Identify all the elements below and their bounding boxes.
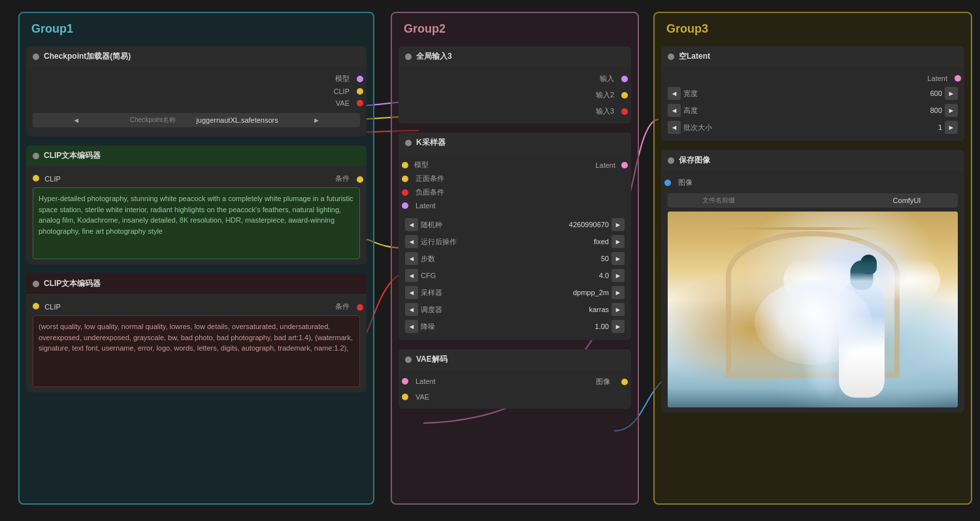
empty-latent-out-port[interactable] [955,75,961,82]
ksampler-steps-left[interactable]: ◄ [405,252,418,265]
ksampler-sampler-label: 采样器 [418,288,515,298]
ksampler-latent-in-port[interactable] [402,202,408,209]
global-input-body: 输入 输入2 输入3 [399,67,631,123]
ksampler-neg-port[interactable] [402,189,408,196]
vae-vae-port[interactable] [402,394,408,400]
empty-latent-title: 空Latent [679,51,710,62]
vae-decode-node: VAE解码 Latent VAE 图像 [399,349,631,409]
vae-decode-header: VAE解码 [399,349,631,370]
ksampler-cfg-label: CFG [418,272,515,279]
ksampler-cfg-right[interactable]: ► [612,269,625,282]
ksampler-pos-port[interactable] [402,176,408,182]
empty-latent-height-left[interactable]: ◄ [668,104,681,117]
vae-vae-label: VAE [416,393,429,401]
clip-neg-header: CLIP文本编码器 [26,274,367,294]
empty-latent-node: 空Latent Latent ◄ 宽度 600 ► ◄ 高度 800 ► [661,46,964,141]
ksampler-sampler-right[interactable]: ► [612,286,625,299]
ksampler-scheduler-right[interactable]: ► [612,303,625,316]
empty-latent-batch-left[interactable]: ◄ [668,121,681,134]
checkpoint-title: Checkpoint加载器(简易) [44,51,131,62]
ksampler-sampler-left[interactable]: ◄ [405,286,418,299]
ksampler-cfg-value: 4.0 [515,272,612,279]
empty-latent-header: 空Latent [661,46,964,67]
ksampler-seed-row: ◄ 随机种 4260990670 ► [405,216,625,233]
model-port[interactable] [357,76,363,82]
ksampler-pos-label: 正面条件 [416,174,444,182]
group3: Group3 空Latent Latent ◄ 宽度 600 ► ◄ 高度 [653,12,972,505]
checkpoint-right-btn[interactable]: ► [278,116,355,124]
empty-latent-width-right[interactable]: ► [945,87,958,100]
global-input-dot [405,54,412,60]
ksampler-latent-out-port[interactable] [621,162,628,168]
save-image-title: 保存图像 [679,155,710,166]
ksampler-latent-out-label: Latent [595,161,622,169]
save-image-header: 保存图像 [661,150,964,170]
clip-negative-node: CLIP文本编码器 CLIP 条件 (worst quality, low qu… [26,274,367,392]
ksampler-denoise-row: ◄ 降噪 1.00 ► [405,318,625,335]
empty-latent-width-label: 宽度 [681,89,813,99]
ksampler-scheduler-label: 调度器 [418,305,515,315]
ksampler-steps-right[interactable]: ► [612,252,625,265]
clip-pos-header: CLIP文本编码器 [26,146,367,166]
vae-output-label: VAE [336,99,350,107]
empty-latent-batch-right[interactable]: ► [945,121,958,134]
save-image-dot [668,157,674,164]
ksampler-postrun-left[interactable]: ◄ [405,235,418,248]
group3-title: Group3 [661,20,964,39]
clip-pos-input-dot[interactable] [33,175,39,182]
ksampler-denoise-left[interactable]: ◄ [405,320,418,333]
arch-accent-top [720,227,879,230]
ksampler-neg-label: 负面条件 [416,188,444,196]
clip-pos-cond-port[interactable] [357,176,363,183]
ksampler-seed-left[interactable]: ◄ [405,218,418,231]
global-output-1: 输入 [596,72,625,86]
global-out1-label: 输入 [600,74,614,84]
vae-port[interactable] [357,100,363,106]
empty-latent-width-value: 600 [813,89,945,97]
clip-port[interactable] [357,88,363,95]
vae-image-out-port[interactable] [621,379,628,385]
empty-latent-batch-value: 1 [813,123,945,131]
ksampler-model-label: 模型 [408,160,429,170]
ksampler-seed-value: 4260990670 [515,221,612,229]
empty-latent-batch-row: ◄ 批次大小 1 ► [668,119,958,136]
empty-latent-body: Latent ◄ 宽度 600 ► ◄ 高度 800 ► ◄ 批次大小 1 [661,67,964,141]
clip-neg-cond-port[interactable] [357,304,363,311]
save-image-filename-row[interactable]: 文件名前缀 ComfyUI [668,193,958,208]
empty-latent-width-left[interactable]: ◄ [668,87,681,100]
clip-neg-clip-label: CLIP [44,303,60,311]
ksampler-body: 模型 Latent 正面条件 负面条件 Latent [399,153,631,340]
clip-pos-clip-label: CLIP [44,175,60,183]
ksampler-postrun-right[interactable]: ► [612,235,625,248]
ksampler-seed-right[interactable]: ► [612,218,625,231]
empty-latent-height-right[interactable]: ► [945,104,958,117]
save-image-input-label: 图像 [678,178,693,186]
clip-neg-input-dot[interactable] [33,303,39,309]
ksampler-scheduler-left[interactable]: ◄ [405,303,418,316]
ksampler-denoise-right[interactable]: ► [612,320,625,333]
clip-neg-dot [33,281,39,287]
ksampler-steps-label: 步数 [418,254,515,264]
checkpoint-selector[interactable]: ◄ Checkpoint名称 juggernautXL.safetensors … [33,113,360,127]
vae-latent-port[interactable] [402,378,408,385]
checkpoint-value: juggernautXL.safetensors [196,116,278,124]
global-out2-label: 输入2 [596,90,614,100]
global-out3-port[interactable] [621,108,628,115]
clip-neg-text[interactable]: (worst quality, low quality, normal qual… [33,315,360,387]
peacock-head-color [860,255,877,274]
ksampler-model-port[interactable] [402,162,408,168]
vae-latent-label: Latent [416,377,436,385]
checkpoint-left-btn[interactable]: ◄ [38,116,114,124]
global-out1-port[interactable] [621,76,628,82]
vae-decode-body: Latent VAE 图像 [399,370,631,409]
ksampler-steps-row: ◄ 步数 50 ► [405,250,625,267]
ksampler-scheduler-value: karras [515,306,612,313]
empty-latent-height-row: ◄ 高度 800 ► [668,102,958,119]
save-image-input-port[interactable] [664,180,671,186]
ksampler-cfg-left[interactable]: ◄ [405,269,418,282]
clip-pos-text[interactable]: Hyper-detailed photography, stunning whi… [33,187,360,259]
global-out2-port[interactable] [621,92,628,99]
ksampler-sampler-value: dpmpp_2m [515,289,612,296]
checkpoint-header: Checkpoint加载器(简易) [26,46,367,67]
ksampler-sampler-row: ◄ 采样器 dpmpp_2m ► [405,284,625,301]
